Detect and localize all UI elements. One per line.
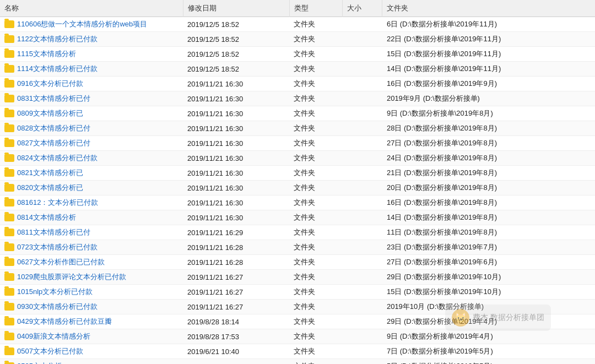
file-name: 0820文本情感分析已: [17, 183, 83, 193]
file-folder: 14日 (D:\数据分析接单\2019年8月): [382, 210, 595, 225]
file-size: [343, 210, 382, 225]
table-row[interactable]: 1015nlp文本分析已付款2019/11/21 16:27文件夹15日 (D:…: [0, 285, 595, 300]
file-folder: 2019年9月 (D:\数据分析接单): [382, 91, 595, 106]
table-row[interactable]: 0429文本情感分析已付款豆瓣2019/8/28 18:14文件夹29日 (D:…: [0, 314, 595, 329]
header-size[interactable]: 大小: [343, 0, 382, 17]
file-type: 文件夹: [289, 77, 343, 91]
file-name-cell: 0409新浪文本情感分析: [0, 329, 183, 344]
table-row[interactable]: 0507文本分析已付款2019/6/21 10:40文件夹7日 (D:\数据分析…: [0, 344, 595, 359]
header-folder[interactable]: 文件夹: [382, 0, 595, 17]
table-row[interactable]: 110606想做一个文本情感分析的web项目2019/12/5 18:52文件夹…: [0, 17, 595, 32]
file-type: 文件夹: [289, 314, 343, 329]
header-name[interactable]: 名称: [0, 0, 183, 17]
file-name-cell: 081612：文本分析已付款: [0, 195, 183, 210]
folder-icon: [4, 50, 14, 58]
file-folder: 23日 (D:\数据分析接单\2019年7月): [382, 240, 595, 255]
folder-icon: [4, 65, 14, 73]
file-size: [343, 17, 382, 32]
file-size: [343, 255, 382, 270]
table-row[interactable]: 0811文本情感分析已付2019/11/21 16:29文件夹11日 (D:\数…: [0, 225, 595, 240]
file-name-cell: 1114文本情感分析已付款: [0, 62, 183, 77]
table-row[interactable]: 0827文本情感分析已付2019/11/21 16:30文件夹27日 (D:\数…: [0, 136, 595, 151]
table-row[interactable]: 0723文本情感分析已付款2019/11/21 16:28文件夹23日 (D:\…: [0, 240, 595, 255]
file-type: 文件夹: [289, 166, 343, 181]
table-row[interactable]: 0828文本情感分析已付2019/11/21 16:30文件夹28日 (D:\数…: [0, 121, 595, 136]
file-type: 文件夹: [289, 121, 343, 136]
file-name: 1122文本情感分析已付款: [17, 34, 98, 44]
file-size: [343, 225, 382, 240]
folder-icon: [4, 243, 14, 251]
table-row[interactable]: 0809文本情感分析已2019/11/21 16:30文件夹9日 (D:\数据分…: [0, 106, 595, 121]
folder-icon: [4, 169, 14, 177]
file-size: [343, 314, 382, 329]
file-size: [343, 151, 382, 166]
file-size: [343, 136, 382, 151]
table-row[interactable]: 0409新浪文本情感分析2019/8/28 17:53文件夹9日 (D:\数据分…: [0, 329, 595, 344]
file-type: 文件夹: [289, 17, 343, 32]
file-name-cell: 0809文本情感分析已: [0, 106, 183, 121]
table-header-row: 名称 修改日期 类型 大小 文件夹: [0, 0, 595, 17]
table-row[interactable]: 1114文本情感分析已付款2019/12/5 18:52文件夹14日 (D:\数…: [0, 62, 595, 77]
file-folder: 20日 (D:\数据分析接单\2019年8月): [382, 181, 595, 195]
file-name-cell: 0820文本情感分析已: [0, 181, 183, 195]
file-size: [343, 106, 382, 121]
table-row[interactable]: 0824文本情感分析已付款2019/11/21 16:30文件夹24日 (D:\…: [0, 151, 595, 166]
table-row[interactable]: 0916文本分析已付款2019/11/21 16:30文件夹16日 (D:\数据…: [0, 77, 595, 91]
table-row[interactable]: 0505文本分析2019/6/21 10:39文件夹5日 (D:\数据分析接单\…: [0, 359, 595, 365]
file-name-cell: 0824文本情感分析已付款: [0, 151, 183, 166]
file-folder: 21日 (D:\数据分析接单\2019年8月): [382, 166, 595, 181]
file-name: 0814文本情感分析: [17, 213, 76, 222]
file-name-cell: 0814文本情感分析: [0, 210, 183, 225]
file-name-cell: 0831文本情感分析已付: [0, 91, 183, 106]
folder-icon: [4, 95, 14, 102]
file-date: 2019/11/21 16:30: [183, 195, 289, 210]
table-row[interactable]: 081612：文本分析已付款2019/11/21 16:30文件夹16日 (D:…: [0, 195, 595, 210]
file-name-cell: 0723文本情感分析已付款: [0, 240, 183, 255]
file-date: 2019/11/21 16:27: [183, 285, 289, 300]
file-size: [343, 329, 382, 344]
file-size: [343, 47, 382, 62]
folder-icon: [4, 258, 14, 266]
file-type: 文件夹: [289, 359, 343, 365]
file-name-cell: 0827文本情感分析已付: [0, 136, 183, 151]
file-size: [343, 91, 382, 106]
file-folder: 28日 (D:\数据分析接单\2019年8月): [382, 121, 595, 136]
file-date: 2019/12/5 18:52: [183, 32, 289, 47]
file-size: [343, 270, 382, 285]
file-type: 文件夹: [289, 285, 343, 300]
folder-icon: [4, 273, 14, 281]
header-date[interactable]: 修改日期: [183, 0, 289, 17]
file-name: 0429文本情感分析已付款豆瓣: [17, 317, 112, 327]
table-row[interactable]: 1122文本情感分析已付款2019/12/5 18:52文件夹22日 (D:\数…: [0, 32, 595, 47]
file-folder: 27日 (D:\数据分析接单\2019年6月): [382, 255, 595, 270]
file-size: [343, 359, 382, 365]
table-row[interactable]: 0627文本分析作图已已付款2019/11/21 16:28文件夹27日 (D:…: [0, 255, 595, 270]
file-size: [343, 344, 382, 359]
file-name-cell: 0429文本情感分析已付款豆瓣: [0, 314, 183, 329]
table-row[interactable]: 0831文本情感分析已付2019/11/21 16:30文件夹2019年9月 (…: [0, 91, 595, 106]
header-type[interactable]: 类型: [289, 0, 343, 17]
file-type: 文件夹: [289, 136, 343, 151]
table-row[interactable]: 0821文本情感分析已2019/11/21 16:30文件夹21日 (D:\数据…: [0, 166, 595, 181]
file-date: 2019/12/5 18:52: [183, 47, 289, 62]
file-size: [343, 121, 382, 136]
folder-icon: [4, 347, 14, 355]
folder-icon: [4, 139, 14, 147]
table-row[interactable]: 1029爬虫股票评论文本分析已付款2019/11/21 16:27文件夹29日 …: [0, 270, 595, 285]
folder-icon: [4, 214, 14, 221]
file-type: 文件夹: [289, 240, 343, 255]
folder-icon: [4, 80, 14, 88]
file-name: 0507文本分析已付款: [17, 346, 83, 356]
file-date: 2019/11/21 16:30: [183, 210, 289, 225]
table-row[interactable]: 0814文本情感分析2019/11/21 16:30文件夹14日 (D:\数据分…: [0, 210, 595, 225]
file-folder: 15日 (D:\数据分析接单\2019年10月): [382, 285, 595, 300]
file-folder: 29日 (D:\数据分析接单\2019年10月): [382, 270, 595, 285]
file-type: 文件夹: [289, 47, 343, 62]
table-row[interactable]: 1115文本情感分析2019/12/5 18:52文件夹15日 (D:\数据分析…: [0, 47, 595, 62]
file-size: [343, 300, 382, 314]
file-name-cell: 1115文本情感分析: [0, 47, 183, 62]
table-row[interactable]: 0930文本情感分析已付款2019/11/21 16:27文件夹2019年10月…: [0, 300, 595, 314]
file-folder: 16日 (D:\数据分析接单\2019年9月): [382, 77, 595, 91]
file-type: 文件夹: [289, 225, 343, 240]
table-row[interactable]: 0820文本情感分析已2019/11/21 16:30文件夹20日 (D:\数据…: [0, 181, 595, 195]
